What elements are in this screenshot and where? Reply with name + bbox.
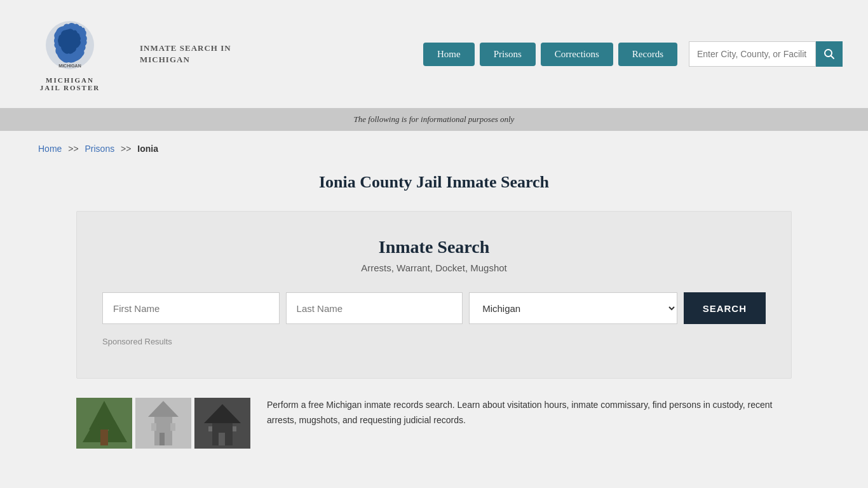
svg-rect-14 [170, 423, 175, 431]
svg-text:MICHIGAN: MICHIGAN [58, 64, 81, 68]
search-card-title: Inmate Search [102, 237, 766, 257]
header-search-button[interactable] [816, 41, 843, 67]
breadcrumb-current: Ionia [137, 144, 158, 154]
nav-home-button[interactable]: Home [423, 43, 475, 66]
svg-rect-18 [219, 433, 225, 445]
logo-text-michigan: MICHIGAN [46, 76, 94, 84]
image-3 [194, 398, 250, 449]
michigan-logo-icon: MICHIGAN [44, 17, 95, 74]
main-nav: Home Prisons Corrections Records [423, 41, 843, 67]
bottom-description: Perform a free Michigan inmate records s… [267, 398, 792, 428]
logo-area: MICHIGAN MICHIGAN JAIL ROSTER [25, 17, 114, 92]
svg-rect-12 [159, 433, 165, 445]
breadcrumb-home-link[interactable]: Home [38, 144, 62, 154]
site-header: MICHIGAN MICHIGAN JAIL ROSTER INMATE SEA… [0, 0, 868, 108]
nav-corrections-button[interactable]: Corrections [541, 43, 613, 66]
last-name-input[interactable] [286, 292, 463, 324]
bottom-images [76, 398, 254, 449]
svg-rect-13 [151, 423, 156, 431]
state-select[interactable]: Michigan [469, 292, 677, 324]
sponsored-label: Sponsored Results [102, 337, 766, 346]
breadcrumb-sep-1: >> [68, 144, 78, 154]
svg-rect-8 [100, 430, 108, 445]
search-card: Inmate Search Arrests, Warrant, Docket, … [76, 211, 792, 379]
page-title: Ionia County Jail Inmate Search [0, 173, 868, 192]
svg-rect-20 [233, 426, 236, 431]
breadcrumb-sep-2: >> [121, 144, 131, 154]
bottom-section: Perform a free Michigan inmate records s… [76, 398, 792, 474]
image-2 [135, 398, 191, 449]
info-bar: The following is for informational purpo… [0, 108, 868, 131]
site-title: INMATE SEARCH IN MICHIGAN [140, 43, 231, 65]
svg-rect-19 [208, 426, 212, 431]
logo-text-jail: JAIL ROSTER [40, 84, 100, 92]
breadcrumb: Home >> Prisons >> Ionia [0, 131, 868, 166]
search-submit-button[interactable]: SEARCH [684, 292, 766, 324]
svg-line-3 [831, 56, 834, 59]
nav-prisons-button[interactable]: Prisons [480, 43, 536, 66]
image-1 [76, 398, 132, 449]
info-bar-text: The following is for informational purpo… [354, 114, 515, 124]
header-search-area [689, 41, 843, 67]
breadcrumb-prisons-link[interactable]: Prisons [85, 144, 115, 154]
nav-records-button[interactable]: Records [618, 43, 677, 66]
search-card-subtitle: Arrests, Warrant, Docket, Mugshot [102, 262, 766, 273]
search-icon [824, 48, 835, 60]
header-search-input[interactable] [689, 41, 816, 67]
first-name-input[interactable] [102, 292, 280, 324]
search-form: Michigan SEARCH [102, 292, 766, 324]
